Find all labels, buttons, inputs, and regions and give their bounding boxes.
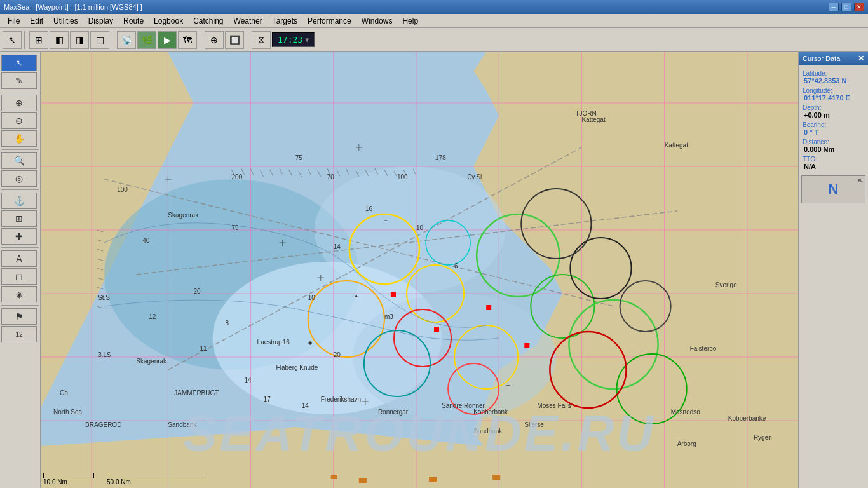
svg-text:10: 10 — [308, 294, 316, 301]
menu-item-help[interactable]: Help — [397, 15, 423, 27]
lt-sep-5 — [1, 305, 39, 306]
svg-text:+: + — [384, 218, 388, 224]
svg-line-124 — [365, 170, 369, 176]
toolbar-btn-1[interactable]: ⊞ — [29, 31, 48, 49]
lt-text[interactable]: A — [1, 250, 37, 267]
longitude-label: Longitude: — [803, 87, 864, 94]
svg-text:3.LS: 3.LS — [98, 351, 111, 358]
toolbar-btn-7[interactable]: ▶ — [158, 31, 177, 49]
latitude-value: 57°42.8353 N — [804, 77, 864, 85]
lt-grid[interactable]: ⊞ — [1, 210, 37, 227]
toolbar-btn-9[interactable]: ⊕ — [205, 31, 224, 49]
svg-text:20: 20 — [193, 288, 201, 295]
svg-text:m: m — [505, 383, 510, 390]
time-dropdown[interactable]: ▼ — [305, 36, 309, 43]
lt-rect[interactable]: ◻ — [1, 268, 37, 285]
lt-search[interactable]: 🔍 — [1, 152, 37, 169]
svg-text:TJORN: TJORN — [575, 110, 596, 117]
menu-item-windows[interactable]: Windows — [356, 15, 398, 27]
lt-pan[interactable]: ✋ — [1, 130, 37, 147]
svg-text:6: 6 — [454, 262, 458, 269]
svg-text:20: 20 — [334, 351, 341, 358]
menu-item-performance[interactable]: Performance — [302, 15, 356, 27]
close-button[interactable]: ✕ — [854, 3, 864, 11]
menu-item-utilities[interactable]: Utilities — [48, 15, 83, 27]
toolbar-btn-5[interactable]: 📡 — [117, 31, 136, 49]
cursor-panel-close[interactable]: ✕ — [858, 54, 864, 63]
menu-item-file[interactable]: File — [3, 15, 25, 27]
svg-line-118 — [308, 169, 311, 175]
toolbar: ↖ ⊞ ◧ ◨ ◫ 📡 🌿 ▶ 🗺 ⊕ 🔲 ⧖ 17:23 ▼ — [0, 28, 868, 52]
svg-text:Flaberg Knude: Flaberg Knude — [276, 364, 318, 371]
svg-text:Arborg: Arborg — [677, 440, 696, 447]
minimize-button[interactable]: ─ — [829, 3, 839, 11]
chart-svg: 100 40 20 75 12 11 14 16 10 14 16 100 17… — [41, 52, 798, 488]
menu-item-edit[interactable]: Edit — [25, 15, 48, 27]
svg-text:◆: ◆ — [308, 340, 313, 346]
svg-text:16: 16 — [365, 205, 373, 212]
distance-value: 0.000 Nm — [804, 146, 864, 153]
lt-cross[interactable]: ✚ — [1, 228, 37, 245]
n-close[interactable]: ✕ — [857, 177, 862, 184]
svg-text:m3: m3 — [384, 313, 393, 320]
lt-zoom-in[interactable]: ⊕ — [1, 95, 37, 111]
toolbar-cursor[interactable]: ↖ — [3, 31, 22, 49]
svg-line-117 — [299, 171, 302, 177]
svg-text:Ronnergar: Ronnergar — [378, 409, 409, 416]
north-label: N — [829, 181, 839, 198]
menu-item-weather[interactable]: Weather — [229, 15, 268, 27]
svg-line-136 — [97, 287, 103, 289]
lt-cursor[interactable]: ↖ — [1, 55, 37, 71]
chart-area[interactable]: 100 40 20 75 12 11 14 16 10 14 16 100 17… — [41, 52, 798, 488]
svg-line-120 — [327, 168, 330, 175]
scale-label-2: 50.0 Nm — [107, 478, 131, 485]
menu-item-display[interactable]: Display — [83, 15, 118, 27]
menu-item-catching[interactable]: Catching — [188, 15, 228, 27]
distance-label: Distance: — [803, 139, 864, 146]
svg-text:Sandbank: Sandbank — [473, 428, 503, 435]
svg-point-27 — [349, 214, 419, 284]
maximize-button[interactable]: □ — [841, 3, 851, 11]
svg-line-121 — [337, 170, 340, 176]
svg-text:14: 14 — [302, 402, 309, 409]
svg-text:Falsterbo: Falsterbo — [690, 345, 717, 352]
svg-line-122 — [346, 169, 349, 175]
cursor-data-panel: Cursor Data ✕ Latitude: 57°42.8353 N Lon… — [798, 52, 868, 488]
toolbar-btn-8[interactable]: 🗺 — [178, 31, 197, 49]
lt-flag[interactable]: ⚑ — [1, 308, 37, 325]
svg-text:Sverige: Sverige — [715, 281, 737, 288]
toolbar-btn-11[interactable]: ⧖ — [252, 31, 271, 49]
svg-line-123 — [356, 170, 359, 177]
toolbar-sep-1 — [24, 31, 27, 49]
svg-text:200: 200 — [232, 173, 243, 180]
toolbar-btn-6[interactable]: 🌿 — [137, 31, 156, 49]
svg-line-137 — [97, 297, 103, 299]
svg-text:75: 75 — [232, 224, 240, 231]
lt-anchor[interactable]: ⚓ — [1, 193, 37, 209]
toolbar-btn-3[interactable]: ◨ — [70, 31, 89, 49]
toolbar-btn-2[interactable]: ◧ — [50, 31, 69, 49]
svg-line-116 — [289, 170, 292, 176]
svg-line-134 — [97, 268, 103, 270]
lt-edit[interactable]: ✎ — [1, 72, 37, 89]
menu-item-targets[interactable]: Targets — [268, 15, 302, 27]
svg-line-112 — [251, 169, 254, 175]
menu-item-logbook[interactable]: Logbook — [149, 15, 188, 27]
svg-text:75: 75 — [295, 154, 303, 161]
toolbar-sep-3 — [200, 31, 202, 49]
svg-line-133 — [97, 259, 103, 261]
svg-line-132 — [97, 249, 103, 251]
toolbar-btn-10[interactable]: 🔲 — [225, 31, 244, 49]
lt-circle[interactable]: ◎ — [1, 170, 37, 187]
svg-line-128 — [403, 170, 407, 176]
svg-point-32 — [531, 274, 594, 338]
svg-text:14: 14 — [334, 243, 341, 250]
menu-item-route[interactable]: Route — [118, 15, 149, 27]
svg-line-110 — [232, 170, 235, 176]
lt-num[interactable]: 12 — [1, 326, 37, 342]
toolbar-btn-4[interactable]: ◫ — [90, 31, 109, 49]
lt-sep-2 — [1, 149, 39, 150]
lt-zoom-out[interactable]: ⊖ — [1, 112, 37, 129]
scale-line-1 — [43, 473, 94, 478]
lt-fill[interactable]: ◈ — [1, 286, 37, 302]
